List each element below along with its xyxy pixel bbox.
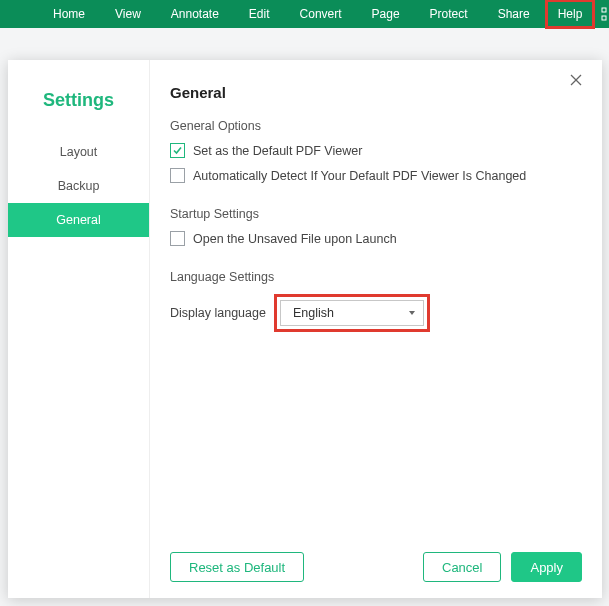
menu-label: Protect bbox=[430, 7, 468, 21]
menu-view[interactable]: View bbox=[100, 0, 156, 28]
menu-label: Convert bbox=[300, 7, 342, 21]
menu-help[interactable]: Help bbox=[545, 0, 596, 29]
close-button[interactable] bbox=[570, 74, 586, 90]
apply-button[interactable]: Apply bbox=[511, 552, 582, 582]
sidebar-item-general[interactable]: General bbox=[8, 203, 149, 237]
chevron-down-icon bbox=[409, 311, 415, 315]
menu-label: Edit bbox=[249, 7, 270, 21]
menu-page[interactable]: Page bbox=[357, 0, 415, 28]
display-language-select[interactable]: English bbox=[280, 300, 424, 326]
menu-label: View bbox=[115, 7, 141, 21]
reset-default-button[interactable]: Reset as Default bbox=[170, 552, 304, 582]
checkbox-icon bbox=[170, 231, 185, 246]
sidebar-title: Settings bbox=[8, 90, 149, 135]
checkbox-icon bbox=[170, 143, 185, 158]
checkbox-open-unsaved[interactable]: Open the Unsaved File upon Launch bbox=[170, 231, 582, 246]
menu-convert[interactable]: Convert bbox=[285, 0, 357, 28]
close-icon bbox=[570, 74, 582, 86]
menu-label: Page bbox=[372, 7, 400, 21]
sidebar-item-label: General bbox=[56, 213, 100, 227]
menu-home[interactable]: Home bbox=[38, 0, 100, 28]
menu-label: Help bbox=[558, 7, 583, 21]
menu-label: Share bbox=[498, 7, 530, 21]
checkbox-label: Automatically Detect If Your Default PDF… bbox=[193, 169, 526, 183]
settings-main: General General Options Set as the Defau… bbox=[150, 60, 602, 598]
select-value: English bbox=[293, 306, 334, 320]
menu-edit[interactable]: Edit bbox=[234, 0, 285, 28]
button-label: Apply bbox=[530, 560, 563, 575]
sidebar-item-layout[interactable]: Layout bbox=[8, 135, 149, 169]
highlight-box: English bbox=[274, 294, 430, 332]
button-label: Reset as Default bbox=[189, 560, 285, 575]
menu-share[interactable]: Share bbox=[483, 0, 545, 28]
menu-annotate[interactable]: Annotate bbox=[156, 0, 234, 28]
sidebar-item-label: Layout bbox=[60, 145, 98, 159]
checkbox-auto-detect[interactable]: Automatically Detect If Your Default PDF… bbox=[170, 168, 582, 183]
display-language-label: Display language bbox=[170, 306, 266, 320]
settings-sidebar: Settings Layout Backup General bbox=[8, 60, 150, 598]
sidebar-item-backup[interactable]: Backup bbox=[8, 169, 149, 203]
section-language: Language Settings bbox=[170, 270, 582, 284]
settings-dialog: Settings Layout Backup General General G… bbox=[8, 60, 602, 598]
page-title: General bbox=[170, 84, 582, 101]
section-startup: Startup Settings bbox=[170, 207, 582, 221]
menu-label: Home bbox=[53, 7, 85, 21]
cancel-button[interactable]: Cancel bbox=[423, 552, 501, 582]
menu-protect[interactable]: Protect bbox=[415, 0, 483, 28]
svg-rect-0 bbox=[602, 8, 606, 12]
checkbox-label: Set as the Default PDF Viewer bbox=[193, 144, 362, 158]
button-label: Cancel bbox=[442, 560, 482, 575]
checkbox-default-viewer[interactable]: Set as the Default PDF Viewer bbox=[170, 143, 582, 158]
sidebar-item-label: Backup bbox=[58, 179, 100, 193]
menu-label: Annotate bbox=[171, 7, 219, 21]
main-menubar: Home View Annotate Edit Convert Page Pro… bbox=[0, 0, 609, 28]
section-general-options: General Options bbox=[170, 119, 582, 133]
checkbox-icon bbox=[170, 168, 185, 183]
dialog-footer: Reset as Default Cancel Apply bbox=[170, 552, 582, 582]
display-language-row: Display language English bbox=[170, 294, 582, 332]
svg-rect-2 bbox=[602, 16, 606, 20]
checkbox-label: Open the Unsaved File upon Launch bbox=[193, 232, 397, 246]
grid-icon[interactable] bbox=[601, 0, 609, 28]
